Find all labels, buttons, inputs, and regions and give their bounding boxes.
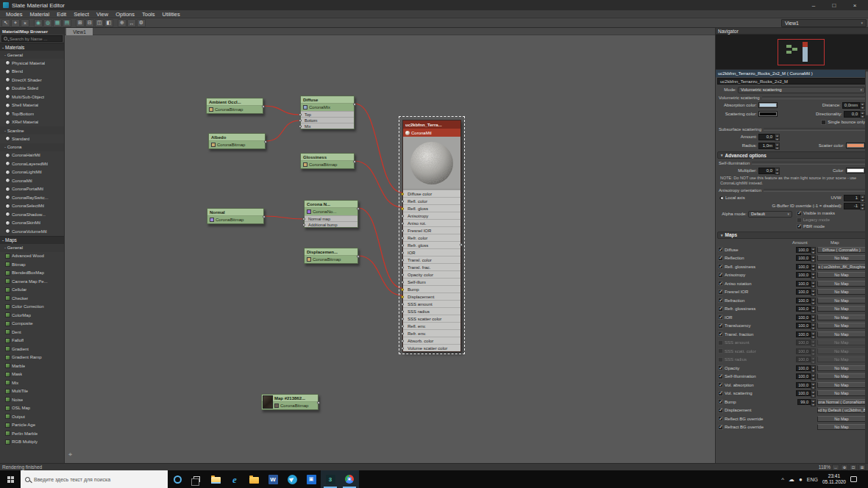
material-item-standard[interactable]: Standard xyxy=(0,134,64,143)
cloud-icon[interactable]: ☁ xyxy=(789,476,794,483)
map-enable-checkbox[interactable] xyxy=(718,247,723,252)
map-enable-checkbox[interactable] xyxy=(718,425,723,430)
material-item-coronahairmtl[interactable]: CoronaHairMtl xyxy=(0,151,64,160)
albedo-node[interactable]: AlbedoCoronaBitmap xyxy=(208,133,266,149)
output-socket[interactable] xyxy=(460,243,463,246)
map-enable-checkbox[interactable] xyxy=(718,340,723,345)
browser-group-general[interactable]: - General xyxy=(0,51,64,59)
alpha-mode-dropdown[interactable]: Default xyxy=(748,211,792,218)
map-slot-button[interactable]: No Map xyxy=(817,348,866,354)
browser-section-maps[interactable]: - Maps xyxy=(0,236,64,244)
map-enable-checkbox[interactable] xyxy=(718,315,723,320)
map-slot-button[interactable]: No Map xyxy=(817,340,866,345)
map-enable-checkbox[interactable] xyxy=(718,365,723,370)
amount-spinner[interactable]: 100,0 xyxy=(796,315,816,320)
map-item-rgb-multiply[interactable]: RGB Multiply xyxy=(0,438,64,447)
chrome-button[interactable] xyxy=(340,470,359,488)
map-slot-button[interactable]: No Map xyxy=(817,272,866,278)
uvw-spinner[interactable]: 1 xyxy=(844,195,865,201)
map-slot-button[interactable]: No Map xyxy=(817,382,866,388)
input-socket[interactable] xyxy=(401,200,404,203)
map-enable-checkbox[interactable] xyxy=(718,399,723,404)
map-slot-button[interactable]: No Map xyxy=(817,365,866,371)
map-enable-checkbox[interactable] xyxy=(718,281,723,286)
input-socket[interactable] xyxy=(299,119,302,122)
amount-spinner[interactable]: 100,0 xyxy=(796,247,816,253)
spinner-down-icon[interactable] xyxy=(811,301,816,305)
select-tool-icon[interactable]: ↖ xyxy=(1,19,10,27)
material-item-top-bottom[interactable]: Top/Bottom xyxy=(0,110,64,118)
panel-scrollbar[interactable] xyxy=(865,70,868,463)
map-item-camera-map-pe[interactable]: Camera Map Pe... xyxy=(0,277,64,286)
browser-group-corona[interactable]: - Corona xyxy=(0,143,64,151)
hide-unused-nodeslots-icon[interactable]: ◫ xyxy=(95,19,104,27)
spinner-down-icon[interactable] xyxy=(811,251,816,254)
input-socket[interactable] xyxy=(401,310,404,313)
input-socket[interactable] xyxy=(401,347,404,350)
input-socket[interactable] xyxy=(401,229,404,232)
map-slot-button[interactable]: No Map xyxy=(817,424,866,430)
input-socket[interactable] xyxy=(401,303,404,306)
output-socket[interactable] xyxy=(353,103,356,106)
close-button[interactable]: × xyxy=(844,2,865,9)
amount-spinner[interactable]: 100,0 xyxy=(796,365,816,371)
gbuffer-spinner[interactable]: -1 xyxy=(844,203,865,209)
delete-selected-icon[interactable]: × xyxy=(21,19,29,27)
map-item-checker[interactable]: Checker xyxy=(0,294,64,303)
spinner-arrows[interactable] xyxy=(811,340,816,345)
map-slot-button[interactable]: No Map xyxy=(817,356,866,362)
zoom-view-icon[interactable]: ⊕ xyxy=(841,464,848,470)
spinner-arrows[interactable] xyxy=(811,323,816,329)
map-slot-button[interactable]: Corona Normal ( CoronaNormal ) xyxy=(817,399,866,405)
spinner-arrows[interactable] xyxy=(860,111,865,118)
spinner-arrows[interactable] xyxy=(811,382,816,388)
map-enable-checkbox[interactable] xyxy=(718,416,723,421)
input-socket[interactable] xyxy=(401,266,404,269)
material-item-directx-shader[interactable]: DirectX Shader xyxy=(0,76,64,85)
distance-spinner[interactable]: 0,0mm xyxy=(842,102,865,109)
map-item-color-correction[interactable]: Color Correction xyxy=(0,303,64,312)
map-slot-button[interactable]: No Map xyxy=(817,331,866,337)
map-enable-checkbox[interactable] xyxy=(718,298,723,303)
spinner-arrows[interactable] xyxy=(811,373,816,379)
amount-spinner[interactable]: 100,0 xyxy=(796,323,816,329)
map-item-particle-age[interactable]: Particle Age xyxy=(0,421,64,430)
spinner-arrows[interactable] xyxy=(775,168,780,174)
map-item-dent[interactable]: Dent xyxy=(0,328,64,337)
spinner-arrows[interactable] xyxy=(811,390,816,396)
amount-spinner[interactable]: 100,0 xyxy=(796,289,816,295)
map-item-marble[interactable]: Marble xyxy=(0,362,64,370)
input-socket[interactable] xyxy=(401,317,404,320)
corona-normal-node[interactable]: Corona N...CoronaNo...Normal mapAddition… xyxy=(304,200,358,228)
input-socket[interactable] xyxy=(299,113,302,116)
spinner-down-icon[interactable] xyxy=(775,137,780,141)
material-item-xref-material[interactable]: XRef Material xyxy=(0,118,64,127)
amount-spinner[interactable]: 100,0 xyxy=(796,340,816,345)
material-name-field[interactable]: uc2kbfnn_Terrazzo_Rocks_2x2_M xyxy=(717,78,867,85)
menu-select[interactable]: Select xyxy=(70,11,93,18)
spinner-arrows[interactable] xyxy=(811,306,816,312)
pan-tool-icon[interactable]: ↔ xyxy=(127,19,136,27)
spinner-arrows[interactable] xyxy=(811,331,816,337)
map-enable-checkbox[interactable] xyxy=(718,256,723,261)
local-axis-radio[interactable] xyxy=(719,195,724,201)
shield-icon[interactable]: ● xyxy=(799,476,803,483)
browser-group-general[interactable]: - General xyxy=(0,244,64,252)
spinner-down-icon[interactable] xyxy=(811,403,816,406)
cortana-button[interactable] xyxy=(168,470,187,488)
output-socket[interactable] xyxy=(357,207,360,210)
material-item-physical-material[interactable]: Physical Material xyxy=(0,59,64,68)
spinner-down-icon[interactable] xyxy=(811,360,816,364)
input-socket[interactable] xyxy=(401,288,404,291)
map-slot-button[interactable]: No Map xyxy=(817,373,866,379)
map-enable-checkbox[interactable] xyxy=(718,357,723,362)
pick-material-from-object-icon[interactable]: ⌖ xyxy=(11,19,20,27)
spinner-arrows[interactable] xyxy=(811,247,816,253)
map-enable-checkbox[interactable] xyxy=(718,323,723,329)
taskbar-search-input[interactable]: Введите здесь текст для поиска xyxy=(21,470,168,488)
layout-all-icon[interactable]: ⊞ xyxy=(76,19,85,27)
coronamtl-main-node[interactable]: uc2kbfnn_Terra... CoronaMtl xyxy=(402,120,461,352)
absorption-color-swatch[interactable] xyxy=(758,102,778,108)
input-socket[interactable] xyxy=(401,207,404,210)
amount-spinner[interactable]: 100,0 xyxy=(796,373,816,379)
